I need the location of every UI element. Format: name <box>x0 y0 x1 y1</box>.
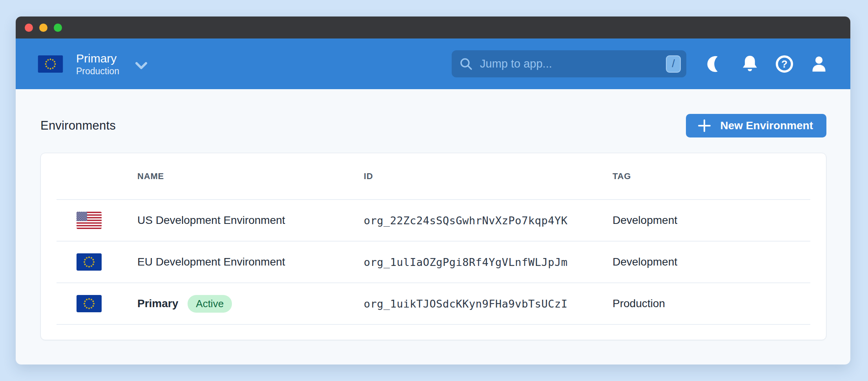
slash-shortcut-key: / <box>666 55 681 73</box>
environment-name: US Development Environment <box>137 214 285 227</box>
help-icon: ? <box>775 55 793 73</box>
app-window: Primary Production / <box>16 16 850 365</box>
page-content: Environments New Environment NAME ID TAG <box>16 114 850 340</box>
window-titlebar <box>16 16 850 38</box>
eu-flag-icon <box>77 295 102 312</box>
window-maximize-button[interactable] <box>54 24 62 32</box>
environment-tag: Development <box>613 214 826 227</box>
notifications-button[interactable] <box>740 55 759 73</box>
environment-id: org_1ulIaOZgPgi8Rf4YgVLnfWLJpJm <box>364 256 613 268</box>
table-header-row: NAME ID TAG <box>41 153 826 199</box>
environment-tag: Development <box>613 256 826 268</box>
table-row-eu-development[interactable]: EU Development Environment org_1ulIaOZgP… <box>41 242 826 282</box>
environment-name: Primary <box>137 297 178 310</box>
window-minimize-button[interactable] <box>39 24 47 32</box>
search-input[interactable] <box>480 57 666 70</box>
chevron-down-icon <box>135 62 148 70</box>
org-switcher[interactable]: Primary Production <box>38 52 148 76</box>
column-header-id: ID <box>364 171 613 181</box>
plus-icon <box>698 119 711 132</box>
bell-icon <box>741 55 759 73</box>
new-environment-button[interactable]: New Environment <box>686 114 826 137</box>
profile-button[interactable] <box>810 55 828 73</box>
help-button[interactable]: ? <box>775 55 794 73</box>
org-environment: Production <box>76 66 119 76</box>
environment-tag: Production <box>613 297 826 310</box>
us-flag-icon <box>77 212 102 229</box>
svg-text:?: ? <box>781 58 788 69</box>
column-header-name: NAME <box>137 171 364 181</box>
table-row-us-development[interactable]: US Development Environment org_22Zc24sSQ… <box>41 200 826 241</box>
window-close-button[interactable] <box>25 24 33 32</box>
table-row-primary[interactable]: Primary Active org_1uikTJOSdcKKyn9FHa9vb… <box>41 283 826 324</box>
environments-table-card: NAME ID TAG US Development Environment o… <box>40 153 826 340</box>
moon-icon <box>706 55 724 73</box>
environment-id: org_22Zc24sSQsGwhrNvXzPo7kqp4YK <box>364 214 613 227</box>
new-environment-label: New Environment <box>720 119 813 132</box>
environment-id: org_1uikTJOSdcKKyn9FHa9vbTsUCzI <box>364 298 613 310</box>
environment-name: EU Development Environment <box>137 256 285 268</box>
org-name: Primary <box>76 52 119 65</box>
app-header: Primary Production / <box>16 38 850 89</box>
eu-flag-icon <box>38 55 63 73</box>
row-divider <box>57 324 810 325</box>
dark-mode-toggle-button[interactable] <box>706 55 725 73</box>
app-search[interactable]: / <box>452 50 686 77</box>
column-header-tag: TAG <box>613 171 826 181</box>
user-icon <box>810 55 828 73</box>
page-title: Environments <box>40 119 116 133</box>
active-status-badge: Active <box>188 295 232 313</box>
eu-flag-icon <box>77 253 102 271</box>
search-icon <box>460 57 473 71</box>
